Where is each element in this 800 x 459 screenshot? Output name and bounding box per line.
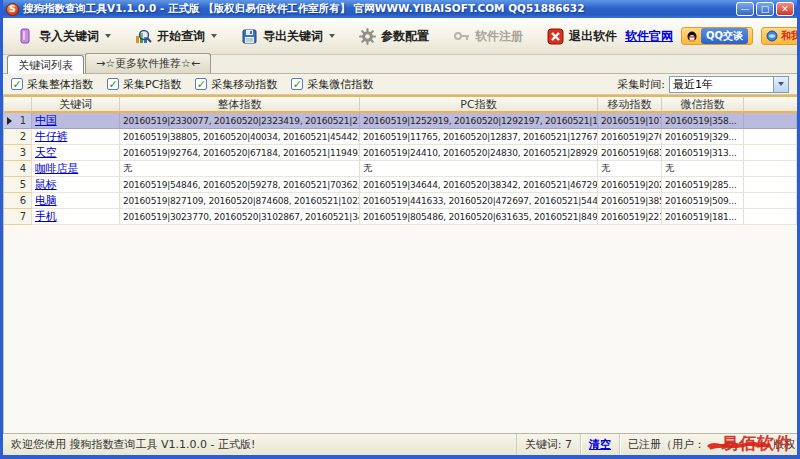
table-row[interactable]: 3 天空 20160519|92764, 20160520|67184, 201… [4,145,797,161]
checkbox-label: 采集微信指数 [307,77,373,92]
registered-suffix: 版权 [773,437,795,452]
time-range-value: 最近1年 [670,77,773,92]
wechat-index-cell: 20160519|285... [662,177,744,193]
checkbox-pc-index[interactable]: ✓ 采集PC指数 [107,77,181,92]
overall-index-cell: 20160519|92764, 20160520|67184, 20160521… [120,145,360,161]
tab-bar: 关键词列表 →☆更多软件推荐☆← [3,55,797,74]
overall-index-cell: 20160519|827109, 20160520|874608, 201605… [120,193,360,209]
keyword-link[interactable]: 咖啡店是 [35,161,78,176]
filler-cell [744,193,797,209]
import-keywords-label: 导入关键词 [39,28,99,45]
messenger-globe-icon [766,30,778,42]
keyword-count: 关键词: 7 [516,434,581,455]
register-label: 软件注册 [475,28,523,45]
checkbox-checked-icon: ✓ [195,78,207,90]
table-header-row: 关键词 整体指数 PC指数 移动指数 微信指数 [4,95,797,113]
qq-chat-button[interactable]: QQ交谈 [681,27,753,45]
checkbox-wechat-index[interactable]: ✓ 采集微信指数 [291,77,373,92]
checkbox-checked-icon: ✓ [107,78,119,90]
header-keyword[interactable]: 关键词 [32,97,120,111]
overall-index-cell: 20160519|2330077, 20160520|2323419, 2016… [120,113,360,129]
filler-cell [744,161,797,177]
registration-status: 已注册（用户： 版权 [620,434,797,455]
mobile-index-cell: 20160519|683... [598,145,662,161]
contact-me-button[interactable]: 和我联系 [761,27,800,45]
pc-index-cell: 20160519|441633, 20160520|472697, 201605… [360,193,598,209]
register-button[interactable]: 软件注册 [445,24,531,49]
pc-index-cell: 20160519|24410, 20160520|24830, 20160521… [360,145,598,161]
wechat-index-cell: 20160519|329... [662,129,744,145]
header-wechat-index[interactable]: 微信指数 [662,97,744,111]
row-number-cell: 1 [4,113,32,129]
window-title: 搜狗指数查询工具V1.1.0.0 - 正式版 【版权归易佰软件工作室所有】 官网… [23,2,732,16]
gear-icon [359,28,376,45]
tab-more-software[interactable]: →☆更多软件推荐☆← [85,53,211,73]
keyword-link[interactable]: 电脑 [35,193,57,208]
table-row[interactable]: 7 手机 20160519|3023770, 20160520|3102867,… [4,209,797,225]
table-row[interactable]: 1 中国 20160519|2330077, 20160520|2323419,… [4,113,797,129]
title-bar: S 搜狗指数查询工具V1.1.0.0 - 正式版 【版权归易佰软件工作室所有】 … [3,0,797,18]
header-overall-index[interactable]: 整体指数 [120,97,360,111]
import-icon [17,28,34,45]
app-window: S 搜狗指数查询工具V1.1.0.0 - 正式版 【版权归易佰软件工作室所有】 … [0,0,800,459]
app-icon: S [6,3,19,16]
keyword-cell: 手机 [32,209,120,225]
minimize-button[interactable]: — [736,2,754,16]
keyword-cell: 电脑 [32,193,120,209]
clear-keywords-link[interactable]: 清空 [589,437,611,452]
time-range-select[interactable]: 最近1年 [669,76,789,93]
header-pc-index[interactable]: PC指数 [360,97,598,111]
export-keywords-label: 导出关键词 [263,28,323,45]
query-magnifier-icon [135,28,152,45]
tab-keyword-list[interactable]: 关键词列表 [7,55,84,74]
start-query-button[interactable]: 开始查询 [127,24,225,49]
query-dropdown-caret[interactable] [211,34,217,38]
table-row[interactable]: 6 电脑 20160519|827109, 20160520|874608, 2… [4,193,797,209]
checkbox-label: 采集整体指数 [27,77,93,92]
overall-index-cell: 20160519|3023770, 20160520|3102867, 2016… [120,209,360,225]
checkbox-overall-index[interactable]: ✓ 采集整体指数 [11,77,93,92]
checkbox-checked-icon: ✓ [11,78,23,90]
header-filler [744,97,797,111]
export-floppy-icon [241,28,258,45]
keyword-cell: 天空 [32,145,120,161]
keyword-cell: 鼠标 [32,177,120,193]
official-site-link[interactable]: 软件官网 [625,28,673,45]
wechat-index-cell: 20160519|358... [662,113,744,129]
chevron-down-icon[interactable] [773,77,788,92]
toolbar: 导入关键词 开始查询 导出关键词 [3,18,797,55]
close-button[interactable]: ✕ [776,2,794,16]
keyword-link[interactable]: 鼠标 [35,177,57,192]
wechat-index-cell: 无 [662,161,744,177]
overall-index-cell: 无 [120,161,360,177]
maximize-button[interactable]: □ [756,2,774,16]
mobile-index-cell: 无 [598,161,662,177]
mobile-index-cell: 20160519|270... [598,129,662,145]
table-row[interactable]: 5 鼠标 20160519|54846, 20160520|59278, 201… [4,177,797,193]
keyword-link[interactable]: 牛仔裤 [35,129,67,144]
contact-me-label: 和我联系 [781,29,800,43]
checkbox-mobile-index[interactable]: ✓ 采集移动指数 [195,77,277,92]
exit-x-icon [547,28,564,45]
keyword-link[interactable]: 天空 [35,145,57,160]
status-bar: 欢迎您使用 搜狗指数查询工具 V1.1.0.0 - 正式版! 关键词: 7 清空… [3,433,797,455]
start-query-label: 开始查询 [157,28,205,45]
config-button[interactable]: 参数配置 [351,24,437,49]
time-range-label: 采集时间: [617,77,665,92]
table-row[interactable]: 4 咖啡店是 无 无 无 无 [4,161,797,177]
mobile-index-cell: 20160519|107... [598,113,662,129]
import-dropdown-caret[interactable] [105,34,111,38]
export-dropdown-caret[interactable] [329,34,335,38]
wechat-index-cell: 20160519|313... [662,145,744,161]
keyword-link[interactable]: 中国 [35,113,57,128]
row-number-cell: 7 [4,209,32,225]
header-mobile-index[interactable]: 移动指数 [598,97,662,111]
export-keywords-button[interactable]: 导出关键词 [233,24,343,49]
table-row[interactable]: 2 牛仔裤 20160519|38805, 20160520|40034, 20… [4,129,797,145]
checkbox-label: 采集PC指数 [123,77,181,92]
import-keywords-button[interactable]: 导入关键词 [9,24,119,49]
exit-button[interactable]: 退出软件 [539,24,625,49]
qq-chat-label: QQ交谈 [701,28,748,44]
keyword-link[interactable]: 手机 [35,209,57,224]
selected-row-arrow-icon [7,117,12,125]
